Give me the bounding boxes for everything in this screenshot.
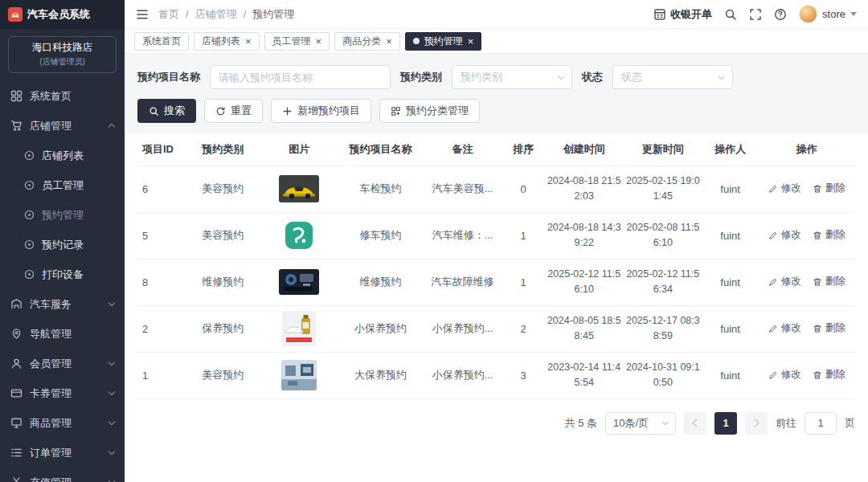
cell-remark: 小保养预约... bbox=[424, 352, 502, 398]
edit-link[interactable]: 修改 bbox=[768, 368, 801, 382]
sidebar-item-staff[interactable]: 员工管理 bbox=[0, 170, 125, 200]
item-thumbnail[interactable] bbox=[282, 311, 316, 346]
col-updated: 更新时间 bbox=[642, 143, 684, 155]
tab-staff[interactable]: 员工管理 × bbox=[264, 32, 330, 51]
cell-sort: 0 bbox=[502, 165, 545, 212]
tab-shop-list[interactable]: 店铺列表 × bbox=[194, 32, 260, 51]
sidebar-item-booking-record[interactable]: 预约记录 bbox=[0, 230, 125, 259]
plus-icon bbox=[282, 106, 293, 116]
close-icon[interactable]: × bbox=[316, 36, 322, 47]
cell-operator: fuint bbox=[702, 212, 758, 259]
refresh-icon bbox=[215, 106, 226, 116]
tab-label: 系统首页 bbox=[142, 35, 181, 48]
delete-link[interactable]: 删除 bbox=[813, 228, 845, 242]
edit-link[interactable]: 修改 bbox=[768, 182, 801, 195]
tab-system-home[interactable]: 系统首页 bbox=[134, 32, 189, 51]
table-row: 8 维修预约 维修预约 汽车故障维修 1 2025-02-12 11:56:10… bbox=[137, 259, 855, 305]
sidebar-item-goods[interactable]: 商品管理 bbox=[0, 408, 125, 438]
filter-status-label: 状态 bbox=[582, 70, 603, 84]
item-thumbnail[interactable] bbox=[281, 360, 317, 390]
delete-link[interactable]: 删除 bbox=[813, 182, 845, 195]
col-name: 预约项目名称 bbox=[349, 143, 411, 155]
chevron-down-icon bbox=[108, 478, 115, 482]
item-thumbnail[interactable] bbox=[279, 175, 319, 202]
filter-panel: 预约项目名称 预约类别 预约类别 状态 状态 搜索 bbox=[125, 54, 868, 133]
current-page-button[interactable]: 1 bbox=[714, 412, 737, 435]
cashier-label: 收银开单 bbox=[670, 7, 712, 22]
sidebar-item-booking[interactable]: 预约管理 bbox=[0, 200, 125, 230]
sidebar-item-label: 店铺管理 bbox=[30, 119, 102, 133]
manage-categories-button[interactable]: 预约分类管理 bbox=[379, 99, 480, 123]
status-select[interactable]: 状态 bbox=[612, 65, 733, 89]
close-icon[interactable]: × bbox=[386, 36, 392, 47]
store-name: 海口科技路店 bbox=[10, 41, 114, 55]
goto-page-input[interactable] bbox=[805, 412, 837, 435]
close-icon[interactable]: × bbox=[468, 36, 474, 47]
breadcrumb-shop[interactable]: 店铺管理 bbox=[195, 7, 237, 22]
sidebar-item-shop-list[interactable]: 店铺列表 bbox=[0, 141, 125, 170]
sidebar-item-label: 商品管理 bbox=[30, 416, 102, 431]
add-booking-button[interactable]: 新增预约项目 bbox=[271, 99, 371, 123]
search-icon[interactable] bbox=[724, 8, 737, 21]
sidebar-item-shop[interactable]: 店铺管理 bbox=[0, 111, 125, 141]
fullscreen-icon[interactable] bbox=[749, 8, 762, 21]
cell-created: 2025-02-12 11:56:10 bbox=[545, 259, 624, 305]
help-icon[interactable] bbox=[774, 8, 787, 21]
edit-link[interactable]: 修改 bbox=[768, 228, 801, 242]
sidebar-item-recharge[interactable]: 充值管理 bbox=[0, 468, 125, 482]
cell-operator: fuint bbox=[702, 305, 758, 352]
cashier-button[interactable]: 收银开单 bbox=[653, 7, 712, 22]
sidebar-item-coupon[interactable]: 卡券管理 bbox=[0, 378, 125, 408]
sidebar-item-car-service[interactable]: 汽车服务 bbox=[0, 289, 125, 319]
cell-actions: 修改删除 bbox=[758, 352, 855, 398]
delete-link[interactable]: 删除 bbox=[813, 321, 845, 335]
next-page-button[interactable] bbox=[745, 412, 768, 435]
edit-link[interactable]: 修改 bbox=[768, 275, 801, 288]
sidebar-item-home[interactable]: 系统首页 bbox=[0, 81, 125, 111]
search-button[interactable]: 搜索 bbox=[137, 99, 196, 123]
cell-sort: 3 bbox=[502, 352, 545, 398]
col-remark: 备注 bbox=[452, 143, 473, 155]
item-thumbnail[interactable] bbox=[280, 217, 317, 254]
chevron-down-icon bbox=[108, 419, 115, 425]
pencil-icon bbox=[768, 370, 778, 380]
booking-name-input[interactable] bbox=[210, 65, 391, 89]
goto-label: 前往 bbox=[776, 416, 796, 431]
delete-link[interactable]: 删除 bbox=[813, 368, 845, 382]
cell-id: 8 bbox=[137, 259, 185, 305]
tabs-bar: 系统首页 店铺列表 × 员工管理 × 商品分类 × 预约管理 × bbox=[125, 29, 868, 54]
sidebar-item-order[interactable]: 订单管理 bbox=[0, 438, 125, 468]
coupon-icon bbox=[10, 387, 23, 399]
sidebar-item-printer[interactable]: 打印设备 bbox=[0, 259, 125, 289]
dashboard-icon bbox=[10, 90, 23, 102]
sidebar-item-member[interactable]: 会员管理 bbox=[0, 349, 125, 378]
prev-page-button[interactable] bbox=[684, 412, 706, 435]
tab-goods-category[interactable]: 商品分类 × bbox=[334, 32, 400, 51]
cell-created: 2023-02-14 11:45:54 bbox=[545, 352, 624, 398]
cell-updated: 2024-10-31 09:10:50 bbox=[624, 352, 702, 398]
cell-name: 维修预约 bbox=[338, 259, 423, 305]
sidebar-item-navigation[interactable]: 导航管理 bbox=[0, 319, 125, 349]
reset-button[interactable]: 重置 bbox=[204, 99, 263, 123]
active-tab-dot bbox=[413, 38, 420, 44]
menu-toggle-icon[interactable] bbox=[136, 8, 149, 21]
item-thumbnail[interactable] bbox=[279, 269, 319, 295]
tab-label: 商品分类 bbox=[342, 35, 381, 48]
close-icon[interactable]: × bbox=[245, 36, 252, 47]
chevron-up-icon bbox=[108, 124, 115, 130]
breadcrumb-home[interactable]: 首页 bbox=[158, 7, 179, 22]
chevron-down-icon bbox=[662, 419, 669, 425]
tab-booking-active[interactable]: 预约管理 × bbox=[405, 32, 482, 51]
breadcrumb-separator: / bbox=[244, 8, 247, 20]
circle-dot-icon bbox=[24, 180, 35, 190]
delete-link[interactable]: 删除 bbox=[813, 275, 845, 288]
total-count: 共 5 条 bbox=[565, 416, 597, 431]
edit-link[interactable]: 修改 bbox=[768, 321, 801, 335]
cell-created: 2024-08-05 18:58:45 bbox=[545, 305, 624, 352]
cell-actions: 修改删除 bbox=[758, 305, 855, 352]
page-size-select[interactable]: 10条/页 bbox=[605, 412, 676, 435]
tab-label: 员工管理 bbox=[272, 35, 311, 48]
goods-icon bbox=[10, 417, 23, 429]
user-menu[interactable]: store bbox=[799, 5, 857, 23]
category-select[interactable]: 预约类别 bbox=[452, 65, 572, 89]
